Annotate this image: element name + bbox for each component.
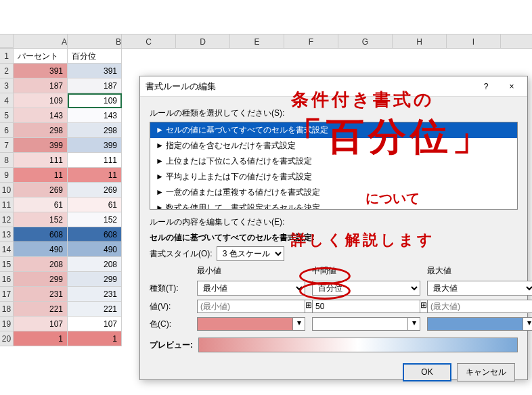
- row-number[interactable]: 3: [0, 78, 14, 93]
- cell[interactable]: 143: [14, 108, 68, 123]
- cell[interactable]: 269: [68, 183, 122, 198]
- row-number[interactable]: 2: [0, 64, 14, 78]
- cell[interactable]: 1: [14, 331, 68, 346]
- row-number[interactable]: 11: [0, 198, 14, 212]
- row-number[interactable]: 1: [0, 49, 14, 64]
- basis-label: セルの値に基づいてすべてのセルを書式設定:: [150, 232, 518, 243]
- col-header-b[interactable]: B: [68, 34, 122, 48]
- cell[interactable]: 1: [68, 331, 122, 346]
- row-number[interactable]: 19: [0, 317, 14, 331]
- row-number[interactable]: 7: [0, 138, 14, 153]
- cell[interactable]: 490: [14, 242, 68, 257]
- col-header-d[interactable]: D: [176, 34, 230, 48]
- row-number[interactable]: 13: [0, 227, 14, 242]
- cell[interactable]: 299: [68, 272, 122, 287]
- row-number[interactable]: 4: [0, 93, 14, 108]
- cell-b1[interactable]: 百分位: [68, 49, 122, 64]
- col-header-a[interactable]: A: [14, 34, 68, 48]
- cell[interactable]: 109: [14, 93, 68, 108]
- cell[interactable]: 391: [68, 64, 122, 78]
- rule-type-item[interactable]: ► 一意の値または重複する値だけを書式設定: [150, 185, 517, 200]
- cell[interactable]: 608: [68, 227, 122, 242]
- cell[interactable]: 299: [14, 272, 68, 287]
- cell[interactable]: 152: [68, 212, 122, 227]
- rule-content-label: ルールの内容を編集してください(E):: [150, 216, 518, 228]
- format-style-select[interactable]: 3 色スケール: [217, 246, 284, 261]
- min-color-swatch[interactable]: [197, 317, 293, 331]
- row-number[interactable]: 15: [0, 257, 14, 272]
- chevron-down-icon[interactable]: ▾: [408, 317, 420, 331]
- row-number[interactable]: 16: [0, 272, 14, 287]
- rule-type-item[interactable]: ► セルの値に基づいてすべてのセルを書式設定: [150, 122, 517, 138]
- max-header: 最大値: [427, 265, 532, 277]
- row-number[interactable]: 6: [0, 123, 14, 138]
- ok-button[interactable]: OK: [403, 363, 451, 381]
- col-header-i[interactable]: I: [447, 34, 501, 48]
- max-color-swatch[interactable]: [427, 317, 523, 331]
- row-number[interactable]: 20: [0, 331, 14, 346]
- col-header-c[interactable]: C: [122, 34, 176, 48]
- row-number[interactable]: 17: [0, 287, 14, 302]
- cell[interactable]: 490: [68, 242, 122, 257]
- rule-type-list[interactable]: ► セルの値に基づいてすべてのセルを書式設定► 指定の値を含むセルだけを書式設定…: [150, 122, 518, 210]
- cell[interactable]: 111: [68, 153, 122, 168]
- row-number[interactable]: 10: [0, 183, 14, 198]
- preview-gradient: [198, 338, 518, 352]
- header-row: 1 パーセント 百分位: [0, 49, 532, 64]
- cell[interactable]: 107: [68, 317, 122, 331]
- cell[interactable]: 269: [14, 183, 68, 198]
- max-type-select[interactable]: 最大値: [427, 281, 532, 296]
- min-header: 最小値: [197, 265, 305, 277]
- max-value-input: [427, 300, 532, 313]
- cell[interactable]: 298: [68, 123, 122, 138]
- cell[interactable]: 208: [68, 257, 122, 272]
- row-number[interactable]: 9: [0, 168, 14, 183]
- col-header-f[interactable]: F: [284, 34, 338, 48]
- rule-type-item[interactable]: ► 上位または下位に入る値だけを書式設定: [150, 154, 517, 169]
- rule-type-item[interactable]: ► 数式を使用して、書式設定するセルを決定: [150, 200, 517, 210]
- row-number[interactable]: 12: [0, 212, 14, 227]
- cell[interactable]: 187: [14, 78, 68, 93]
- col-header-e[interactable]: E: [230, 34, 284, 48]
- cell[interactable]: 221: [14, 302, 68, 317]
- rule-type-item[interactable]: ► 平均より上または下の値だけを書式設定: [150, 169, 517, 185]
- help-icon[interactable]: ?: [476, 82, 496, 91]
- chevron-down-icon[interactable]: ▾: [523, 317, 532, 331]
- col-header-h[interactable]: H: [393, 34, 447, 48]
- cell[interactable]: 61: [14, 198, 68, 212]
- cell[interactable]: 109: [68, 93, 122, 108]
- cell[interactable]: 107: [14, 317, 68, 331]
- cell[interactable]: 61: [68, 198, 122, 212]
- col-header-g[interactable]: G: [338, 34, 393, 48]
- mid-value-input[interactable]: [312, 300, 420, 313]
- cancel-button[interactable]: キャンセル: [457, 363, 515, 381]
- cell[interactable]: 298: [14, 123, 68, 138]
- dialog-titlebar[interactable]: 書式ルールの編集 ? ×: [140, 76, 527, 97]
- cell[interactable]: 391: [14, 64, 68, 78]
- cell[interactable]: 608: [14, 227, 68, 242]
- close-icon[interactable]: ×: [502, 82, 522, 91]
- rule-type-item[interactable]: ► 指定の値を含むセルだけを書式設定: [150, 138, 517, 154]
- cell[interactable]: 11: [68, 168, 122, 183]
- cell[interactable]: 231: [68, 287, 122, 302]
- cell[interactable]: 399: [14, 138, 68, 153]
- row-number[interactable]: 14: [0, 242, 14, 257]
- cell[interactable]: 187: [68, 78, 122, 93]
- mid-type-select[interactable]: 百分位: [312, 281, 420, 296]
- cell[interactable]: 11: [14, 168, 68, 183]
- cell[interactable]: 231: [14, 287, 68, 302]
- cell[interactable]: 208: [14, 257, 68, 272]
- cell[interactable]: 152: [14, 212, 68, 227]
- mid-color-swatch[interactable]: [312, 317, 408, 331]
- cell[interactable]: 143: [68, 108, 122, 123]
- select-all-corner[interactable]: [0, 34, 14, 48]
- row-number[interactable]: 18: [0, 302, 14, 317]
- cell[interactable]: 221: [68, 302, 122, 317]
- row-number[interactable]: 5: [0, 108, 14, 123]
- min-type-select[interactable]: 最小値: [197, 281, 305, 296]
- cell-a1[interactable]: パーセント: [14, 49, 68, 64]
- row-number[interactable]: 8: [0, 153, 14, 168]
- chevron-down-icon[interactable]: ▾: [293, 317, 305, 331]
- cell[interactable]: 399: [68, 138, 122, 153]
- cell[interactable]: 111: [14, 153, 68, 168]
